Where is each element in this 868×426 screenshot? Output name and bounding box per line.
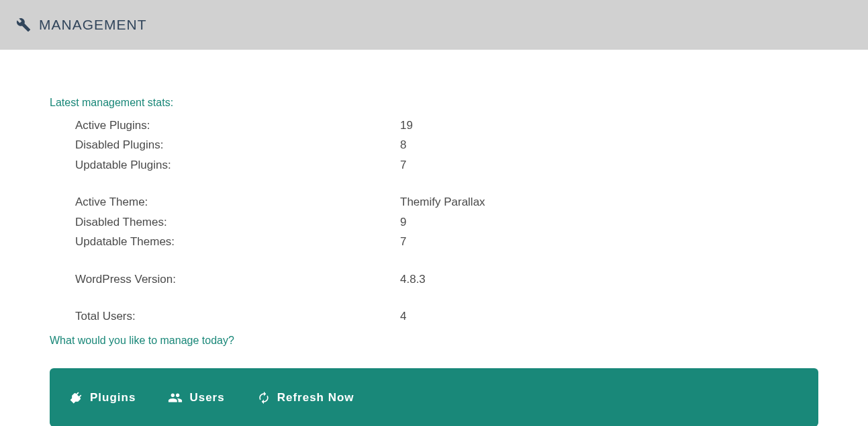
stat-row: Total Users: 4 [75, 307, 818, 327]
plug-icon [68, 390, 83, 405]
plugins-label: Plugins [90, 391, 136, 404]
refresh-button[interactable]: Refresh Now [257, 391, 354, 404]
users-icon [168, 390, 183, 405]
users-button[interactable]: Users [168, 390, 224, 405]
stat-label: Active Plugins: [75, 119, 400, 132]
stat-label: WordPress Version: [75, 273, 400, 286]
content-area: Latest management stats: Active Plugins:… [0, 50, 868, 426]
users-label: Users [189, 391, 224, 404]
page-title: MANAGEMENT [39, 17, 147, 33]
stat-value: 8 [400, 138, 406, 152]
stat-value: 7 [400, 159, 406, 172]
stat-value: 9 [400, 216, 406, 229]
stat-value: 4 [400, 310, 406, 323]
stat-value: Themify Parallax [400, 196, 485, 209]
stat-value: 19 [400, 119, 413, 132]
stat-row: Active Plugins: 19 [75, 116, 818, 136]
stat-label: Updatable Themes: [75, 235, 400, 249]
action-bar: Plugins Users Refresh Now [50, 368, 818, 426]
stat-row: Updatable Themes: 7 [75, 232, 818, 253]
stat-label: Updatable Plugins: [75, 159, 400, 172]
stat-label: Disabled Themes: [75, 216, 400, 229]
stats-table: Active Plugins: 19 Disabled Plugins: 8 U… [75, 116, 818, 327]
stat-label: Disabled Plugins: [75, 138, 400, 152]
stat-row: Disabled Themes: 9 [75, 212, 818, 232]
refresh-icon [257, 391, 271, 404]
plugins-button[interactable]: Plugins [68, 390, 136, 405]
stat-row: Updatable Plugins: 7 [75, 155, 818, 175]
stat-row: Active Theme: Themify Parallax [75, 193, 818, 213]
management-header: MANAGEMENT [0, 0, 868, 50]
stat-label: Active Theme: [75, 196, 400, 209]
stats-heading: Latest management stats: [50, 97, 818, 109]
stat-value: 7 [400, 235, 406, 249]
stat-row: Disabled Plugins: 8 [75, 136, 818, 156]
stat-label: Total Users: [75, 310, 400, 323]
stat-row: WordPress Version: 4.8.3 [75, 269, 818, 290]
stat-value: 4.8.3 [400, 273, 426, 286]
refresh-label: Refresh Now [277, 391, 354, 404]
manage-prompt: What would you like to manage today? [50, 335, 818, 347]
wrench-icon [16, 17, 31, 32]
